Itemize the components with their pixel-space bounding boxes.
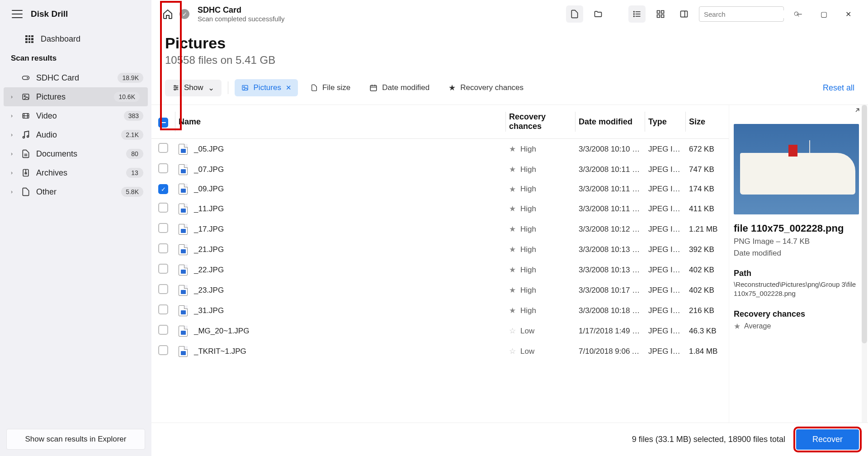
star-icon: ★ xyxy=(509,245,516,254)
sidebar-item-video[interactable]: ›Video383 xyxy=(0,106,151,125)
file-name: _11.JPG xyxy=(194,204,224,214)
minimize-button[interactable]: ─ xyxy=(790,6,808,22)
sidebar-item-documents[interactable]: ›Documents80 xyxy=(0,144,151,163)
date-modified: 3/3/2008 10:12 PM xyxy=(579,225,641,234)
file-type: JPEG Im... xyxy=(648,266,682,275)
sidebar-item-label: Audio xyxy=(36,130,116,140)
star-icon: ★ xyxy=(448,83,456,93)
recovery-chance: High xyxy=(520,245,536,254)
reset-all-link[interactable]: Reset all xyxy=(823,83,854,93)
file-size: 174 KB xyxy=(685,180,729,199)
scan-title: SDHC Card xyxy=(198,5,285,15)
recovery-chance: High xyxy=(520,306,536,315)
filter-chip-recovery-chances[interactable]: ★Recovery chances xyxy=(442,79,530,96)
row-checkbox[interactable] xyxy=(158,264,168,274)
table-row[interactable]: _11.JPG★High3/3/2008 10:11 PMJPEG Im...4… xyxy=(151,199,729,219)
date-modified: 3/3/2008 10:11 PM xyxy=(579,185,641,194)
filter-chip-file-size[interactable]: File size xyxy=(304,79,357,96)
sidebar-item-sdhc-card[interactable]: ›SDHC Card18.9K xyxy=(0,68,151,87)
file-table-wrap: NameRecovery chancesDate modifiedTypeSiz… xyxy=(151,105,729,423)
row-checkbox[interactable] xyxy=(158,304,168,314)
row-checkbox[interactable] xyxy=(158,143,168,153)
sidebar-item-other[interactable]: ›Other5.8K xyxy=(0,182,151,201)
row-checkbox[interactable]: ✓ xyxy=(158,184,168,194)
file-name: _21.JPG xyxy=(194,245,224,254)
file-icon-button[interactable] xyxy=(566,5,583,23)
sidebar-item-dashboard[interactable]: Dashboard xyxy=(0,30,151,52)
table-row[interactable]: _22.JPG★High3/3/2008 10:13 PMJPEG Im...4… xyxy=(151,260,729,280)
svg-rect-23 xyxy=(657,15,660,18)
svg-point-34 xyxy=(175,89,176,90)
expand-icon[interactable] xyxy=(852,108,860,116)
chevron-right-icon: › xyxy=(11,94,15,100)
show-in-explorer-button[interactable]: Show scan results in Explorer xyxy=(6,429,145,450)
table-row[interactable]: _21.JPG★High3/3/2008 10:13 PMJPEG Im...3… xyxy=(151,239,729,260)
menu-icon[interactable] xyxy=(12,10,23,18)
column-header-name[interactable]: Name xyxy=(175,105,505,139)
show-filter-label: Show xyxy=(184,83,203,92)
row-checkbox[interactable] xyxy=(158,345,168,355)
search-input[interactable] xyxy=(704,10,790,18)
svg-rect-14 xyxy=(25,173,26,174)
home-icon[interactable] xyxy=(162,9,173,19)
table-row[interactable]: _TKRIT~1.JPG☆Low7/10/2018 9:06 A...JPEG … xyxy=(151,341,729,361)
maximize-button[interactable]: ▢ xyxy=(815,6,833,22)
grid-view-icon[interactable] xyxy=(652,5,669,23)
column-header-date-modified[interactable]: Date modified xyxy=(575,105,645,139)
sidebar-item-archives[interactable]: ›Archives13 xyxy=(0,163,151,182)
row-checkbox[interactable] xyxy=(158,284,168,294)
column-header-size[interactable]: Size xyxy=(685,105,729,139)
column-header-recovery-chances[interactable]: Recovery chances xyxy=(505,105,575,139)
table-row[interactable]: _31.JPG★High3/3/2008 10:18 PMJPEG Im...2… xyxy=(151,300,729,321)
preview-date-label: Date modified xyxy=(734,249,859,258)
sidebar-item-badge: 5.8K xyxy=(121,187,143,197)
svg-point-9 xyxy=(27,136,29,138)
chevron-right-icon: › xyxy=(11,151,15,157)
preview-pane: file 110x75_002228.png PNG Image – 14.7 … xyxy=(729,105,868,423)
table-row[interactable]: _MG_20~1.JPG☆Low1/17/2018 1:49 PMJPEG Im… xyxy=(151,321,729,341)
table-row[interactable]: _17.JPG★High3/3/2008 10:12 PMJPEG Im...1… xyxy=(151,219,729,239)
close-button[interactable]: ✕ xyxy=(839,6,857,22)
file-type: JPEG Im... xyxy=(648,286,682,295)
date-modified: 3/3/2008 10:11 PM xyxy=(579,165,641,174)
sidebar-item-audio[interactable]: ›Audio2.1K xyxy=(0,125,151,144)
table-row[interactable]: _05.JPG★High3/3/2008 10:10 PMJPEG Im...6… xyxy=(151,139,729,160)
show-filter-button[interactable]: Show ⌄ xyxy=(165,80,222,96)
preview-scrollbar[interactable] xyxy=(862,105,867,423)
filter-chip-date-modified[interactable]: Date modified xyxy=(363,79,436,96)
column-header-type[interactable]: Type xyxy=(645,105,685,139)
main: ✓ SDHC Card Scan completed successfully … xyxy=(151,0,868,456)
row-checkbox[interactable] xyxy=(158,223,168,233)
row-checkbox[interactable] xyxy=(158,203,168,213)
select-all-checkbox[interactable] xyxy=(158,118,168,128)
filter-chip-pictures[interactable]: Pictures✕ xyxy=(235,79,298,96)
panel-view-icon[interactable] xyxy=(675,5,693,23)
file-name: _23.JPG xyxy=(194,286,224,295)
search-box[interactable] xyxy=(699,6,784,22)
row-checkbox[interactable] xyxy=(158,325,168,335)
star-icon: ★ xyxy=(509,265,516,275)
svg-point-18 xyxy=(634,11,635,12)
close-icon[interactable]: ✕ xyxy=(286,84,292,92)
filter-chip-label: Recovery chances xyxy=(460,83,524,92)
table-row[interactable]: ✓_09.JPG★High3/3/2008 10:11 PMJPEG Im...… xyxy=(151,180,729,199)
svg-rect-24 xyxy=(661,15,664,18)
date-modified: 3/3/2008 10:11 PM xyxy=(579,204,641,214)
file-type-icon xyxy=(179,305,188,316)
row-checkbox[interactable] xyxy=(158,243,168,253)
table-row[interactable]: _07.JPG★High3/3/2008 10:11 PMJPEG Im...7… xyxy=(151,159,729,180)
file-type-icon xyxy=(179,285,188,296)
preview-chance-label: Recovery chances xyxy=(734,309,859,319)
sidebar-header: Disk Drill xyxy=(0,0,151,30)
svg-point-20 xyxy=(634,16,635,17)
file-type-icon xyxy=(179,346,188,357)
folder-icon-button[interactable] xyxy=(590,5,607,23)
filter-chip-label: File size xyxy=(322,83,350,92)
recovery-chance: Low xyxy=(520,327,534,336)
row-checkbox[interactable] xyxy=(158,163,168,173)
list-view-icon[interactable] xyxy=(628,5,646,23)
sidebar-item-pictures[interactable]: ›Pictures10.6K xyxy=(4,87,148,106)
recover-button[interactable]: Recover xyxy=(796,429,859,450)
table-row[interactable]: _23.JPG★High3/3/2008 10:17 PMJPEG Im...4… xyxy=(151,280,729,300)
star-icon: ★ xyxy=(509,224,516,234)
